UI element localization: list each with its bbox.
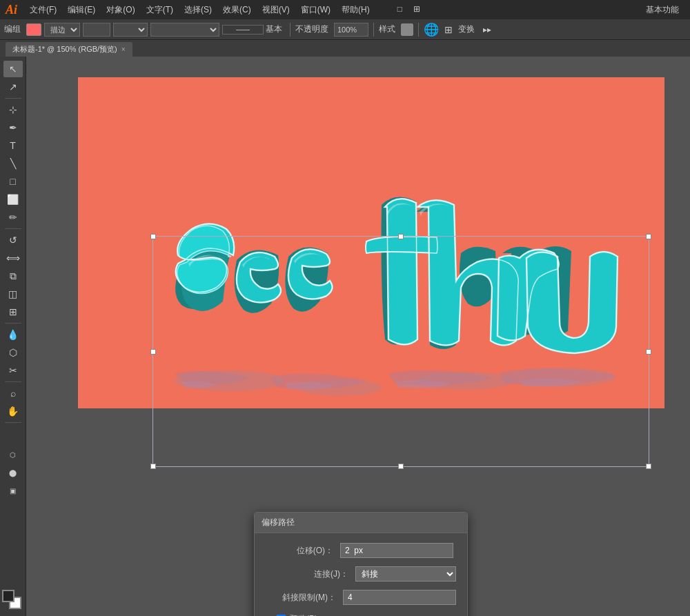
tool-sep-3 [5,323,21,324]
join-select-wrap: 斜接 圆角 斜面 [355,566,456,582]
toolbar-select-3[interactable] [150,23,219,37]
opacity-input[interactable] [334,23,368,37]
menu-view[interactable]: 视图(V) [258,3,294,17]
menu-grid[interactable]: ⊞ [409,3,424,17]
menu-select[interactable]: 选择(S) [180,3,216,17]
ai-logo: Ai [6,3,17,17]
menu-window[interactable]: 窗口(W) [297,3,335,17]
opacity-label: 不透明度 [295,23,328,35]
globe-icon[interactable]: 🌐 [424,22,439,37]
toolbar: 编组 描边 基本 不透明度 样式 🌐 ⊞ 变换 ▸▸ [0,19,690,40]
title-bar: Ai 文件(F) 编辑(E) 对象(O) 文字(T) 选择(S) 效果(C) 视… [0,0,690,19]
tool-paint-bucket[interactable]: ⬡ [3,344,23,361]
menu-help[interactable]: 帮助(H) [337,3,374,17]
toolbar-group-label: 编组 [4,23,21,35]
tool-pen[interactable]: ✒ [3,119,23,136]
offset-path-dialog: 偏移路径 位移(O)： 连接(J)： 斜接 圆角 斜面 [254,512,468,616]
miter-input[interactable] [343,590,456,605]
tool-gradient[interactable]: ◫ [3,286,23,302]
tool-mode[interactable]: ⬤ [3,464,23,481]
toolbar-select-1[interactable]: 描边 [44,23,80,37]
tool-sep-2 [5,228,21,229]
workspace-label: 基本功能 [646,4,679,16]
join-select[interactable]: 斜接 圆角 斜面 [355,566,456,582]
fg-color-swatch[interactable] [2,590,14,602]
offset-row: 位移(O)： [266,543,456,558]
stroke-preview: 基本 [222,23,285,35]
tool-type[interactable]: T [3,137,23,154]
style-color[interactable] [401,23,413,36]
menu-bar: 文件(F) 编辑(E) 对象(O) 文字(T) 选择(S) 效果(C) 视图(V… [26,3,424,17]
menu-effect[interactable]: 效果(C) [219,3,255,17]
canvas-area[interactable]: 偏移路径 位移(O)： 连接(J)： 斜接 圆角 斜面 [26,57,690,616]
tool-blend[interactable]: ⧉ [3,268,23,284]
tool-transform[interactable]: ⊹ [3,101,23,118]
menu-type[interactable]: 文字(T) [142,3,177,17]
miter-row: 斜接限制(M)： [266,590,456,605]
color-pair [2,590,21,609]
tool-shape[interactable]: □ [3,173,23,190]
tool-select[interactable]: ↖ [3,61,23,77]
offset-input[interactable] [340,543,453,558]
tool-hand[interactable]: ✋ [3,403,23,419]
menu-object[interactable]: 对象(O) [102,3,139,17]
join-row: 连接(J)： 斜接 圆角 斜面 [266,566,456,582]
handle-bottom-right[interactable] [646,464,651,469]
handle-bottom-left[interactable] [150,464,156,469]
align-icon[interactable]: ⊞ [444,24,453,35]
menu-file[interactable]: 文件(F) [26,3,61,17]
style-label: 样式 [379,23,395,35]
preview-row: 预览(P) [266,613,456,616]
toolbar-sep-1 [290,23,290,37]
more-icon[interactable]: ▸▸ [483,25,491,34]
color-swatch[interactable] [26,23,41,36]
color-tools [2,590,21,609]
tool-screen-mode[interactable]: ▣ [3,482,23,499]
tab-close-button[interactable]: × [121,46,126,53]
tool-pencil[interactable]: ✏ [3,209,23,226]
miter-label: 斜接限制(M)： [266,592,336,604]
transform-label: 变换 [458,23,475,35]
artboard [78,77,664,408]
main-area: ↖ ↗ ⊹ ✒ T ╲ □ ⬜ ✏ ↺ ⟺ ⧉ ◫ ⊞ 💧 ⬡ ✂ ⌕ ✋ ⬡ … [0,57,690,616]
document-tab[interactable]: 未标题-1* @ 150% (RGB/预览) × [6,42,132,57]
toolbar-select-2[interactable] [113,23,148,37]
stroke-line[interactable] [222,25,264,34]
tool-zoom[interactable]: ⌕ [3,385,23,401]
offset-label: 位移(O)： [266,545,333,557]
tab-bar: 未标题-1* @ 150% (RGB/预览) × [0,40,690,57]
artwork-svg [78,77,664,408]
handle-bottom-middle[interactable] [398,464,404,469]
menu-edit[interactable]: 编辑(E) [63,3,99,17]
tool-mesh[interactable]: ⊞ [3,304,23,320]
toolbar-sep-3 [418,23,419,37]
dialog-title[interactable]: 偏移路径 [255,513,467,533]
tool-sep-1 [5,98,21,99]
tool-paint[interactable]: ⬜ [3,191,23,208]
menu-unknown[interactable]: □ [393,3,406,17]
dialog-body: 位移(O)： 连接(J)： 斜接 圆角 斜面 斜接限制(M)： [255,533,467,616]
tab-title: 未标题-1* @ 150% (RGB/预览) [12,44,117,54]
join-label: 连接(J)： [266,568,348,580]
tool-reflect[interactable]: ⟺ [3,250,23,266]
tool-fill-none[interactable]: ⬡ [3,446,23,463]
tool-line[interactable]: ╲ [3,155,23,172]
toolbar-sep-2 [373,23,374,37]
left-toolbar: ↖ ↗ ⊹ ✒ T ╲ □ ⬜ ✏ ↺ ⟺ ⧉ ◫ ⊞ 💧 ⬡ ✂ ⌕ ✋ ⬡ … [0,57,26,616]
tool-rotate[interactable]: ↺ [3,232,23,248]
stroke-label: 基本 [266,23,282,35]
tool-sep-5 [5,422,21,423]
toolbar-input-1[interactable] [83,23,110,37]
preview-label[interactable]: 预览(P) [290,613,317,616]
tool-scissors[interactable]: ✂ [3,362,23,379]
tool-sep-4 [5,381,21,382]
tool-eyedropper[interactable]: 💧 [3,326,23,343]
tool-direct-select[interactable]: ↗ [3,79,23,95]
